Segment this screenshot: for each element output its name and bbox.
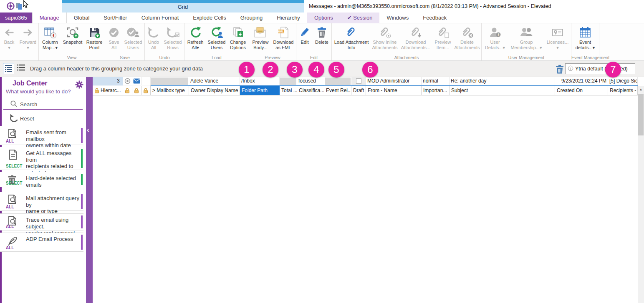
cell[interactable] <box>280 77 297 85</box>
column-header-subject[interactable]: Subject <box>450 86 555 95</box>
edit-icon <box>298 25 311 40</box>
scrollbar-thumb[interactable] <box>638 94 644 135</box>
cell[interactable]: 9/23/2021 02:24 PM <box>555 77 608 85</box>
ribbon-button-selected-users[interactable]: SelectedUsers <box>206 25 227 50</box>
ribbon-button-load-attachment-info[interactable]: Load AttachmentInfo <box>332 25 371 50</box>
tab-feedback[interactable]: Feedback <box>416 13 454 23</box>
tab-options[interactable]: Options <box>307 13 340 23</box>
ribbon-button-user-details-[interactable]: iUserDetails...▾ <box>482 25 508 50</box>
cell[interactable]: [5] Diego Sicil <box>608 77 638 85</box>
cell[interactable]: normal <box>422 77 450 85</box>
scroll-up-icon[interactable]: ▲ <box>638 86 644 93</box>
gear-icon[interactable] <box>75 80 83 90</box>
ribbon-button-preview-item-[interactable]: PreviewItem... <box>432 25 453 50</box>
column-header-folder-path[interactable]: Folder Path <box>240 86 280 95</box>
ribbon-button-back-[interactable]: Back▾ <box>0 25 18 50</box>
tab--session[interactable]: ✔ Session <box>340 13 380 23</box>
ribbon-button-delete-attachments[interactable]: DeleteAttachments <box>453 25 481 50</box>
ribbon-button-label: Eventdetails...▾ <box>576 40 595 50</box>
ribbon-button-column-map-[interactable]: ColumnMap...▾ <box>39 25 61 50</box>
vertical-scrollbar[interactable]: ▲ <box>638 86 644 303</box>
copy-windows-icon[interactable] <box>15 3 23 12</box>
tab-sapio365[interactable]: sapio365 <box>0 13 32 23</box>
ribbon-button-delete[interactable]: Delete <box>313 25 331 45</box>
cell[interactable]: 3 <box>93 77 123 85</box>
ribbon-button-licenses-[interactable]: Licenses...▾ <box>545 25 571 50</box>
docselect-icon <box>7 149 19 163</box>
ribbon-button-download-attachments-[interactable]: DownloadAttachments... <box>399 25 432 50</box>
ribbon-button-refresh-all-[interactable]: RefreshAll▾ <box>185 25 206 50</box>
tab-hierarchy[interactable]: Hierarchy <box>270 13 307 23</box>
tab-windows[interactable]: Windows <box>379 13 416 23</box>
column-header-importan-[interactable]: Importan... <box>422 86 450 95</box>
column-header--mailbox-type[interactable]: > Mailbox type <box>151 86 189 95</box>
reset-button[interactable]: Reset <box>20 115 34 122</box>
ribbon-button-show-inline-attachments[interactable]: Show InlineAttachments <box>371 25 399 50</box>
discard-view-icon[interactable] <box>555 64 564 76</box>
ribbon-button-change-options[interactable]: ChangeOptions <box>227 25 248 50</box>
column-header-lock[interactable] <box>123 86 132 95</box>
job-center-item-label: ADP Email Process <box>26 236 73 243</box>
cell[interactable] <box>141 77 151 85</box>
column-header-hierarc-[interactable]: Hierarc... <box>93 86 123 95</box>
tab-manage[interactable]: Manage <box>32 13 67 23</box>
tab-sort-filter[interactable]: Sort/Filter <box>96 13 134 23</box>
trash-icon <box>316 25 328 40</box>
cell[interactable]: /Inbox <box>240 77 280 85</box>
ribbon-button-forward-[interactable]: Forward▾ <box>18 25 38 50</box>
ribbon-button-restore-point[interactable]: RestorePoint <box>84 25 104 50</box>
column-header-total-[interactable]: Total ... <box>280 86 297 95</box>
ribbon-button-label: ColumnMap...▾ <box>42 40 58 50</box>
ribbon-button-event-details-[interactable]: Eventdetails...▾ <box>572 25 599 50</box>
job-center-item[interactable]: ALLTrace email using subject,sender and … <box>0 213 83 230</box>
column-header-created-on[interactable]: Created On <box>555 86 608 95</box>
callout-circle-6: 6 <box>362 62 378 78</box>
tab-global[interactable]: Global <box>67 13 97 23</box>
svg-text:EML: EML <box>278 30 284 33</box>
column-header-recipients-n[interactable]: Recipients - N <box>608 86 638 95</box>
job-center-item[interactable]: SELECTHard-delete selected emails <box>0 172 83 187</box>
column-header-lock[interactable] <box>132 86 141 95</box>
collapse-chevron-icon[interactable]: ‹ <box>87 126 89 134</box>
cell[interactable]: MOD Administrator <box>366 77 422 85</box>
cell[interactable]: Adele Vance <box>189 77 240 85</box>
ribbon-button-selected-rows[interactable]: SelectedRows <box>162 25 184 50</box>
cell[interactable] <box>324 77 351 85</box>
cell[interactable]: focused <box>297 77 324 85</box>
ribbon-button-selected-users[interactable]: SelectedUsers <box>122 25 144 50</box>
tab-grouping[interactable]: Grouping <box>233 13 270 23</box>
job-center-item[interactable]: SELECTGet ALL messages fromrecipients re… <box>0 147 83 170</box>
cell[interactable]: Re: another day <box>450 77 555 85</box>
column-header-draft[interactable]: Draft <box>351 86 366 95</box>
job-center-item[interactable]: ALLMail attachment query byname or type <box>0 192 83 211</box>
grouping-flat-view-icon[interactable] <box>16 63 27 74</box>
column-header-event-rel-[interactable]: Event Rel... <box>324 86 351 95</box>
job-center-item[interactable]: ALLADP Email Process <box>0 233 83 252</box>
ribbon-button-edit[interactable]: Edit <box>297 25 313 45</box>
ribbon-button-snapshot[interactable]: Snapshot <box>61 25 84 45</box>
column-header-classifica-[interactable]: Classifica... <box>297 86 324 95</box>
message-row[interactable]: 3Adele Vance/InboxfocusedMOD Administrat… <box>93 77 638 85</box>
cell[interactable] <box>151 77 189 85</box>
ribbon-button-download-as-eml[interactable]: EMLDownloadas EML <box>271 25 295 50</box>
sidebar-collapse-bar[interactable]: ‹ <box>86 77 93 303</box>
tab-explode-cells[interactable]: Explode Cells <box>186 13 233 23</box>
column-header-owner-display-name[interactable]: Owner Display Name <box>189 86 240 95</box>
ribbon-button-label: RestorePoint <box>86 40 103 50</box>
draft-checkbox[interactable] <box>356 78 361 84</box>
ribbon-button-preview-body-[interactable]: PreviewBody... <box>250 25 271 50</box>
cell[interactable] <box>123 77 132 85</box>
column-header-from-name[interactable]: From - Name <box>366 86 422 95</box>
column-header-lock[interactable] <box>141 86 151 95</box>
ribbon-button-group-membership-[interactable]: GroupMembership...▾ <box>508 25 545 50</box>
search-input[interactable]: Search <box>20 101 37 108</box>
ribbon-button-undo-all[interactable]: UndoAll <box>145 25 162 50</box>
tab-column-format[interactable]: Column Format <box>134 13 186 23</box>
scope-tag: ALL <box>6 205 14 209</box>
view-selector[interactable]: i Ytria default (modified) <box>565 63 635 74</box>
cell[interactable] <box>351 77 366 85</box>
grouping-tree-view-icon[interactable] <box>3 63 14 74</box>
ribbon-button-save-all[interactable]: SaveAll <box>106 25 122 50</box>
job-center-item[interactable]: ALLEmails sent from mailboxowners within… <box>0 126 83 145</box>
cell[interactable] <box>132 77 141 85</box>
